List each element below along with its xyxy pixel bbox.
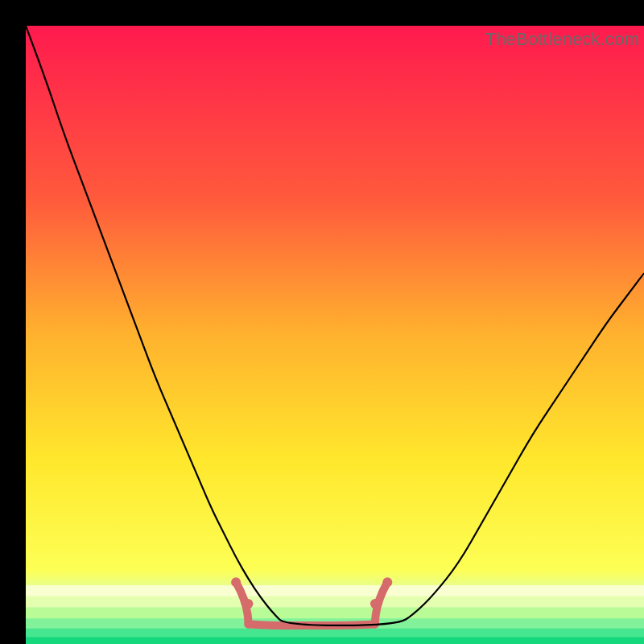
chart-svg [26, 26, 644, 644]
background-stripe [26, 629, 644, 638]
background-stripe [26, 638, 644, 644]
background-stripe [26, 585, 644, 597]
background-stripe [26, 608, 644, 619]
gradient-background [26, 26, 644, 644]
chart-frame: TheBottleneck.com [0, 0, 644, 644]
chart-plot-area: TheBottleneck.com [26, 26, 644, 644]
background-stripe [26, 597, 644, 608]
watermark-text: TheBottleneck.com [485, 29, 639, 50]
